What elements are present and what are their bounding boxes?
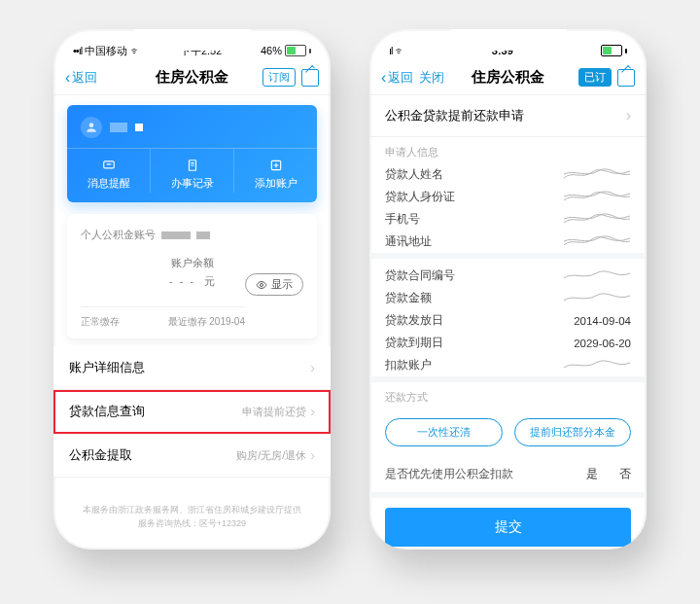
list-item-account-detail[interactable]: 账户详细信息 › <box>53 346 331 390</box>
chat-icon <box>101 159 117 172</box>
field-applicant: 通讯地址 <box>369 231 647 253</box>
chevron-right-icon: › <box>626 107 631 124</box>
account-label: 个人公积金账号 <box>81 228 156 242</box>
battery-pct: 46% <box>261 45 282 56</box>
subscribe-button[interactable]: 订阅 <box>262 68 296 87</box>
account-masked <box>196 231 210 239</box>
hero-tab-label: 办事记录 <box>171 177 214 189</box>
chevron-right-icon: › <box>310 404 315 419</box>
battery-icon <box>285 45 306 56</box>
avatar <box>81 117 102 138</box>
hero-tab-label: 添加账户 <box>255 177 298 189</box>
notch <box>450 29 567 51</box>
hero-card: 消息提醒 办事记录 添加账户 <box>67 105 317 202</box>
section-method: 还款方式 <box>369 382 647 409</box>
priority-row: 是否优先使用公积金扣款 是 否 <box>369 456 647 492</box>
deposit-status: 正常缴存 <box>81 315 120 329</box>
back-button[interactable]: ‹ 返回 <box>65 69 97 87</box>
account-masked <box>161 231 191 239</box>
share-icon[interactable] <box>617 69 635 87</box>
hero-tab-label: 消息提醒 <box>88 177 130 189</box>
currency-unit: 元 <box>204 275 215 287</box>
back-label: 返回 <box>72 69 97 87</box>
field-loan: 贷款到期日2029-06-20 <box>369 332 647 354</box>
list-item-label: 公积金提取 <box>69 446 132 464</box>
hero-tab-add-account[interactable]: 添加账户 <box>233 149 317 193</box>
menu-list: 账户详细信息 › 贷款信息查询 申请提前还贷 › 公积金提取 购房/无房/退休 … <box>53 346 331 478</box>
phone-right: ıl ᯤ 3:39 ‹ 返回 关闭 住房公积金 已订 公积金贷款提前还款申请 › <box>369 29 647 550</box>
form-title-row[interactable]: 公积金贷款提前还款申请 › <box>369 95 647 137</box>
account-card: 个人公积金账号 账户余额 - - - 元 显示 正常缴存 <box>67 214 317 338</box>
svg-rect-0 <box>103 161 114 168</box>
signal-icon: ıl ᯤ <box>389 45 404 56</box>
phone-left: ••ıl 中国移动 ᯤ 下午2:52 46% ‹ 返回 住房公积金 订阅 <box>53 29 331 550</box>
field-applicant: 贷款人姓名 <box>369 163 647 186</box>
subscribed-badge[interactable]: 已订 <box>578 68 612 87</box>
list-item-hint: 申请提前还贷 <box>242 405 306 419</box>
field-applicant: 贷款人身份证 <box>369 186 647 208</box>
svg-point-3 <box>261 283 263 286</box>
doc-icon <box>185 159 200 172</box>
radio-yes[interactable]: 是 <box>586 466 598 482</box>
chevron-left-icon: ‹ <box>65 70 70 86</box>
field-applicant: 手机号 <box>369 208 647 231</box>
close-button[interactable]: 关闭 <box>419 69 444 87</box>
battery-icon <box>601 45 622 56</box>
field-loan: 贷款合同编号 <box>369 265 647 287</box>
show-label: 显示 <box>271 277 293 292</box>
list-item-hint: 购房/无房/退休 <box>236 448 306 463</box>
show-balance-button[interactable]: 显示 <box>245 273 303 296</box>
priority-label: 是否优先使用公积金扣款 <box>385 466 513 482</box>
form-title: 公积金贷款提前还款申请 <box>385 107 524 124</box>
back-label: 返回 <box>388 69 413 87</box>
option-pay-partial[interactable]: 提前归还部分本金 <box>514 418 632 446</box>
list-item-label: 贷款信息查询 <box>69 403 145 420</box>
notch <box>134 29 251 51</box>
share-icon[interactable] <box>301 69 319 87</box>
back-button[interactable]: ‹ 返回 <box>381 69 413 87</box>
section-applicant: 申请人信息 <box>369 137 647 163</box>
option-pay-all[interactable]: 一次性还清 <box>385 418 503 446</box>
last-deposit: 最近缴存 2019-04 <box>168 315 245 329</box>
chevron-right-icon: › <box>310 447 315 463</box>
username-masked <box>110 123 127 132</box>
nav-bar: ‹ 返回 关闭 住房公积金 已订 <box>369 62 647 95</box>
eye-icon <box>256 279 267 291</box>
field-loan: 贷款金额 <box>369 287 647 309</box>
chevron-right-icon: › <box>310 360 315 375</box>
carrier-text: ••ıl 中国移动 ᯤ <box>73 44 141 58</box>
redact-block <box>135 124 143 131</box>
list-item-label: 账户详细信息 <box>69 359 145 376</box>
hero-tab-records[interactable]: 办事记录 <box>150 149 233 193</box>
radio-no[interactable]: 否 <box>619 466 631 482</box>
submit-button[interactable]: 提交 <box>385 508 631 547</box>
list-item-withdraw[interactable]: 公积金提取 购房/无房/退休 › <box>53 434 331 478</box>
balance-label: 账户余额 <box>81 256 303 270</box>
chevron-left-icon: ‹ <box>381 70 386 86</box>
plus-box-icon <box>268 159 284 172</box>
hero-tab-messages[interactable]: 消息提醒 <box>67 149 150 193</box>
field-loan: 扣款账户 <box>369 354 647 376</box>
nav-bar: ‹ 返回 住房公积金 订阅 <box>53 62 331 95</box>
field-loan: 贷款发放日2014-09-04 <box>369 309 647 332</box>
list-item-loan-info[interactable]: 贷款信息查询 申请提前还贷 › <box>53 390 331 434</box>
footer-note: 本服务由浙江政务服务网、浙江省住房和城乡建设厅提供 服务咨询热线：区号+1232… <box>53 503 331 531</box>
